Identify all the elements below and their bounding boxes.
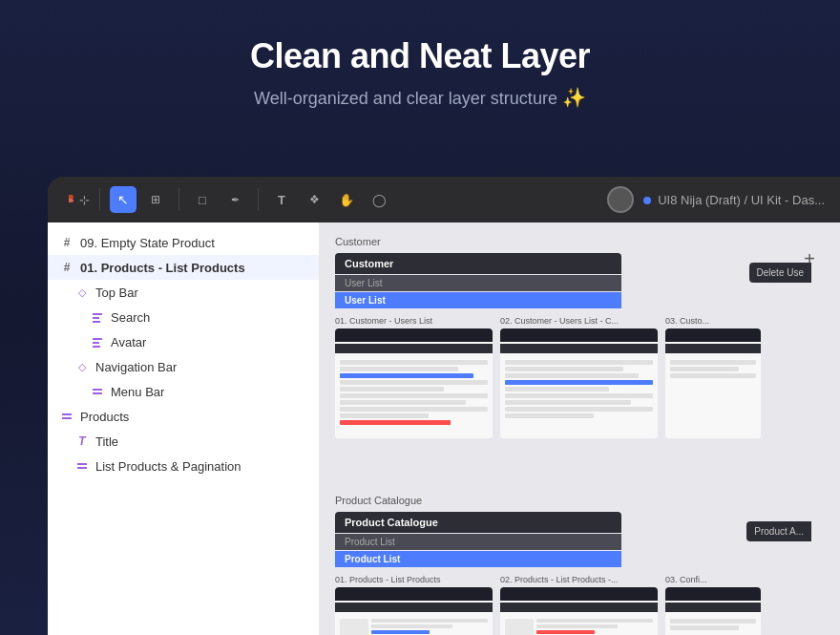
prod-frame-1-content [335,587,493,635]
customer-frame-3: 03. Custo... [665,316,761,438]
cursor-tool[interactable]: ↖ [110,186,136,213]
layer-label-8: Products [80,410,129,424]
hash-icon-2: # [59,260,74,275]
canvas-area: + Customer Customer User List User List … [320,222,840,635]
customer-subheader: User List [335,275,621,291]
frame-3-thumb [665,328,761,438]
layers-panel: # 09. Empty State Product # 01. Products… [48,222,320,635]
pen-tool[interactable]: ✒ [221,186,248,213]
product-subheader: Product List [335,534,621,550]
layer-item-menubar[interactable]: Menu Bar [48,379,319,404]
svg-rect-7 [93,389,102,391]
canvas-product-section: Product Catalogue Product Catalogue Prod… [335,495,811,635]
text-icon-1: T [74,434,90,449]
layer-item-products[interactable]: # 01. Products - List Products [48,255,319,280]
frame-tool[interactable]: ⊞ [142,186,169,213]
text-tool[interactable]: T [268,186,295,213]
product-action-button[interactable]: Product A... [746,521,811,541]
customer-frame-2: 02. Customer - Users List - C... [500,316,658,438]
prod-frame-3-content [665,587,761,635]
sparkle-icon: ✨ [562,87,586,108]
layer-label-10: List Products & Pagination [95,459,241,474]
prod-frame-1-thumb [335,587,493,635]
canvas-customer-section: Customer Customer User List User List De… [335,236,811,438]
layer-item-avatar[interactable]: Avatar [48,329,319,354]
customer-frames-row: 01. Customer - Users List [335,316,811,438]
bars-icon-1 [90,309,105,325]
rectangle-tool[interactable]: □ [189,186,216,213]
product-frame-2: 02. Products - List Products -... [500,575,658,635]
prod-frame-2-thumb [500,587,658,635]
delete-button[interactable]: Delete Use [749,263,811,283]
prod-frame-2-label: 02. Products - List Products -... [500,575,658,584]
prod-frame-3-label: 03. Confi... [665,575,761,584]
frame-3-content [665,328,761,438]
layer-item-products-section[interactable]: Products [48,404,319,429]
layer-item-list-pagination[interactable]: List Products & Pagination [48,454,319,478]
toolbar-right: UI8 Nija (Draft) / UI Kit - Das... [607,186,825,213]
svg-rect-1 [93,313,102,315]
frame-1-label: 01. Customer - Users List [335,316,493,326]
main-title: Clean and Neat Layer [0,36,840,76]
customer-active-bar: User List [335,292,621,308]
diamond-icon-2: ◇ [74,359,90,374]
svg-rect-10 [62,417,72,419]
customer-frame-1: 01. Customer - Users List [335,316,493,438]
svg-rect-8 [93,392,102,394]
layer-label-5: Avatar [111,335,146,349]
figma-logo-icon[interactable]: ⊹ [63,186,90,213]
layer-item-search[interactable]: Search [48,305,319,329]
product-frames-row: 01. Products - List Products [335,575,811,635]
layer-label-9: Title [95,434,118,449]
layer-item-navbar[interactable]: ◇ Navigation Bar [48,354,319,379]
main-content: # 09. Empty State Product # 01. Products… [48,222,840,635]
svg-rect-12 [77,467,87,469]
frame-2-content [500,328,658,438]
prod-frame-3-thumb [665,587,761,635]
separator-2 [178,188,179,211]
component-tool[interactable]: ❖ [301,186,327,213]
product-active-bar: Product List [335,551,621,567]
frame-1-thumb [335,328,493,438]
svg-rect-3 [93,321,100,323]
product-label: Product Catalogue [335,495,811,506]
frame-1-content [335,328,493,438]
header-section: Clean and Neat Layer Well-organized and … [0,0,840,109]
layer-label-6: Navigation Bar [95,360,177,374]
online-dot [643,197,651,204]
frame-2-label: 02. Customer - Users List - C... [500,316,658,326]
layer-item-title[interactable]: T Title [48,429,319,454]
window-area: ⊹ ↖ ⊞ □ ✒ T ❖ ✋ ◯ UI8 Nija (Draft) / UI … [48,177,840,635]
subtitle: Well-organized and clear layer structure… [0,86,840,109]
layer-label-2: 01. Products - List Products [80,261,245,275]
diamond-icon-1: ◇ [74,285,90,300]
layer-label-1: 09. Empty State Product [80,236,215,250]
toolbar-left: ⊹ ↖ ⊞ □ ✒ T ❖ ✋ ◯ [63,186,392,213]
equal-icon-3 [74,458,90,474]
breadcrumb-text: UI8 Nija (Draft) / UI Kit - Das... [658,193,825,207]
layer-item-topbar[interactable]: ◇ Top Bar [48,280,319,305]
separator-3 [258,188,259,211]
product-frame-1: 01. Products - List Products [335,575,493,635]
frame-2-thumb [500,328,658,438]
hand-tool[interactable]: ✋ [333,186,360,213]
svg-rect-4 [93,338,102,340]
hash-icon-1: # [59,235,74,250]
layer-label-4: Search [111,310,150,325]
customer-label: Customer [335,236,811,247]
layer-item-empty-state[interactable]: # 09. Empty State Product [48,230,319,255]
svg-rect-2 [93,317,99,319]
customer-header-bar: Customer [335,253,621,274]
product-header-bar: Product Catalogue [335,512,621,533]
equal-icon-2 [59,409,74,424]
prod-frame-2-content [500,587,658,635]
prod-frame-1-label: 01. Products - List Products [335,575,493,584]
user-avatar [607,186,634,213]
comment-tool[interactable]: ◯ [366,186,392,213]
figma-toolbar: ⊹ ↖ ⊞ □ ✒ T ❖ ✋ ◯ UI8 Nija (Draft) / UI … [48,177,840,222]
layer-label-7: Menu Bar [111,385,164,399]
bars-icon-2 [90,334,105,349]
frame-3-label: 03. Custo... [665,316,761,326]
online-indicator: UI8 Nija (Draft) / UI Kit - Das... [643,193,825,207]
svg-rect-11 [77,463,87,465]
